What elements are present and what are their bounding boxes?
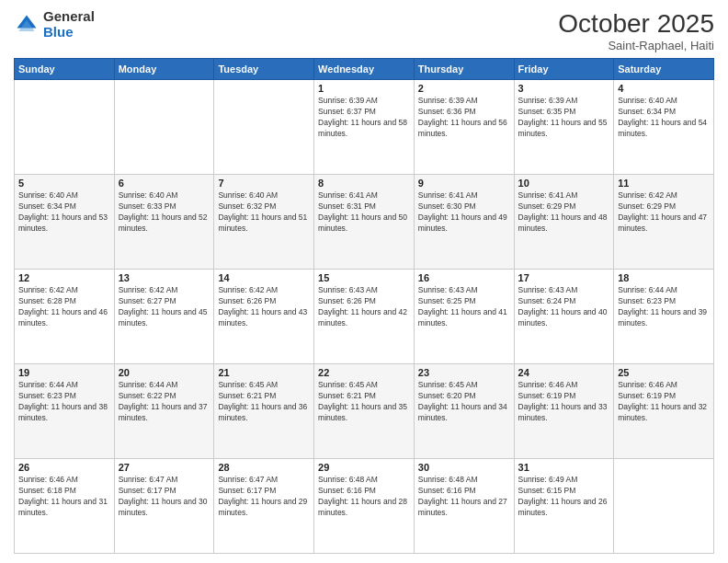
calendar-cell: 1Sunrise: 6:39 AMSunset: 6:37 PMDaylight… [314,80,415,175]
column-header-tuesday: Tuesday [214,59,314,80]
column-header-wednesday: Wednesday [314,59,415,80]
calendar-cell: 7Sunrise: 6:40 AMSunset: 6:32 PMDaylight… [214,175,314,270]
day-info: Sunrise: 6:39 AMSunset: 6:35 PMDaylight:… [518,96,610,140]
day-number: 10 [518,178,610,189]
day-info: Sunrise: 6:45 AMSunset: 6:21 PMDaylight:… [218,380,310,424]
day-info: Sunrise: 6:41 AMSunset: 6:29 PMDaylight:… [518,190,610,235]
calendar-cell: 2Sunrise: 6:39 AMSunset: 6:36 PMDaylight… [414,80,514,175]
calendar-cell: 11Sunrise: 6:42 AMSunset: 6:29 PMDayligh… [614,175,714,270]
calendar-header-row: SundayMondayTuesdayWednesdayThursdayFrid… [15,59,714,80]
day-info: Sunrise: 6:43 AMSunset: 6:25 PMDaylight:… [418,285,510,329]
calendar-cell: 13Sunrise: 6:42 AMSunset: 6:27 PMDayligh… [114,270,214,364]
day-info: Sunrise: 6:46 AMSunset: 6:19 PMDaylight:… [518,380,610,424]
day-number: 28 [218,462,310,473]
day-info: Sunrise: 6:40 AMSunset: 6:32 PMDaylight:… [218,190,310,235]
day-info: Sunrise: 6:42 AMSunset: 6:29 PMDaylight:… [618,190,710,235]
day-number: 12 [18,272,110,283]
calendar-cell: 28Sunrise: 6:47 AMSunset: 6:17 PMDayligh… [214,459,314,554]
day-number: 24 [518,367,610,378]
logo: General Blue [14,9,95,40]
day-info: Sunrise: 6:44 AMSunset: 6:23 PMDaylight:… [18,380,110,424]
column-header-thursday: Thursday [414,59,514,80]
day-info: Sunrise: 6:47 AMSunset: 6:17 PMDaylight:… [119,475,210,519]
day-info: Sunrise: 6:39 AMSunset: 6:37 PMDaylight:… [318,96,410,140]
column-header-saturday: Saturday [614,59,714,80]
day-info: Sunrise: 6:49 AMSunset: 6:15 PMDaylight:… [518,475,610,519]
calendar-cell [214,80,314,175]
calendar-cell: 12Sunrise: 6:42 AMSunset: 6:28 PMDayligh… [15,270,115,364]
day-number: 8 [318,178,410,189]
day-number: 22 [318,367,410,378]
day-number: 30 [418,462,510,473]
calendar-cell: 4Sunrise: 6:40 AMSunset: 6:34 PMDaylight… [614,80,714,175]
day-number: 4 [618,83,710,94]
calendar-cell: 27Sunrise: 6:47 AMSunset: 6:17 PMDayligh… [114,459,214,554]
column-header-monday: Monday [114,59,214,80]
day-info: Sunrise: 6:43 AMSunset: 6:26 PMDaylight:… [318,285,410,329]
day-number: 6 [119,178,210,189]
day-number: 21 [218,367,310,378]
day-number: 29 [318,462,410,473]
day-number: 26 [18,462,110,473]
day-info: Sunrise: 6:48 AMSunset: 6:16 PMDaylight:… [318,475,410,519]
day-number: 15 [318,272,410,283]
calendar-cell: 31Sunrise: 6:49 AMSunset: 6:15 PMDayligh… [514,459,614,554]
day-info: Sunrise: 6:44 AMSunset: 6:23 PMDaylight:… [618,285,710,329]
day-number: 1 [318,83,410,94]
day-info: Sunrise: 6:48 AMSunset: 6:16 PMDaylight:… [418,475,510,519]
day-number: 7 [218,178,310,189]
calendar-week-row: 19Sunrise: 6:44 AMSunset: 6:23 PMDayligh… [15,364,714,459]
calendar-cell: 21Sunrise: 6:45 AMSunset: 6:21 PMDayligh… [214,364,314,459]
day-info: Sunrise: 6:40 AMSunset: 6:34 PMDaylight:… [618,96,710,140]
day-number: 3 [518,83,610,94]
day-info: Sunrise: 6:42 AMSunset: 6:27 PMDaylight:… [119,285,210,329]
calendar-cell: 23Sunrise: 6:45 AMSunset: 6:20 PMDayligh… [414,364,514,459]
calendar-cell: 29Sunrise: 6:48 AMSunset: 6:16 PMDayligh… [314,459,415,554]
calendar-cell: 3Sunrise: 6:39 AMSunset: 6:35 PMDaylight… [514,80,614,175]
day-info: Sunrise: 6:45 AMSunset: 6:20 PMDaylight:… [418,380,510,424]
calendar-week-row: 12Sunrise: 6:42 AMSunset: 6:28 PMDayligh… [15,270,714,364]
calendar-cell: 25Sunrise: 6:46 AMSunset: 6:19 PMDayligh… [614,364,714,459]
day-info: Sunrise: 6:41 AMSunset: 6:30 PMDaylight:… [418,190,510,235]
calendar-cell: 30Sunrise: 6:48 AMSunset: 6:16 PMDayligh… [414,459,514,554]
day-info: Sunrise: 6:42 AMSunset: 6:26 PMDaylight:… [218,285,310,329]
day-number: 14 [218,272,310,283]
calendar-cell: 10Sunrise: 6:41 AMSunset: 6:29 PMDayligh… [514,175,614,270]
day-info: Sunrise: 6:44 AMSunset: 6:22 PMDaylight:… [119,380,210,424]
logo-blue-text: Blue [43,25,95,40]
day-info: Sunrise: 6:40 AMSunset: 6:33 PMDaylight:… [119,190,210,235]
day-info: Sunrise: 6:43 AMSunset: 6:24 PMDaylight:… [518,285,610,329]
day-number: 31 [518,462,610,473]
calendar-cell: 26Sunrise: 6:46 AMSunset: 6:18 PMDayligh… [15,459,115,554]
day-info: Sunrise: 6:42 AMSunset: 6:28 PMDaylight:… [18,285,110,329]
location-subtitle: Saint-Raphael, Haiti [558,39,714,52]
calendar-table: SundayMondayTuesdayWednesdayThursdayFrid… [14,58,714,554]
calendar-cell: 18Sunrise: 6:44 AMSunset: 6:23 PMDayligh… [614,270,714,364]
day-number: 13 [119,272,210,283]
calendar-cell: 16Sunrise: 6:43 AMSunset: 6:25 PMDayligh… [414,270,514,364]
day-number: 9 [418,178,510,189]
day-number: 17 [518,272,610,283]
day-number: 16 [418,272,510,283]
day-number: 23 [418,367,510,378]
calendar-cell: 5Sunrise: 6:40 AMSunset: 6:34 PMDaylight… [15,175,115,270]
calendar-cell: 9Sunrise: 6:41 AMSunset: 6:30 PMDaylight… [414,175,514,270]
day-info: Sunrise: 6:39 AMSunset: 6:36 PMDaylight:… [418,96,510,140]
day-info: Sunrise: 6:46 AMSunset: 6:19 PMDaylight:… [618,380,710,424]
calendar-cell: 6Sunrise: 6:40 AMSunset: 6:33 PMDaylight… [114,175,214,270]
calendar-cell: 20Sunrise: 6:44 AMSunset: 6:22 PMDayligh… [114,364,214,459]
calendar-cell [114,80,214,175]
day-number: 25 [618,367,710,378]
calendar-week-row: 1Sunrise: 6:39 AMSunset: 6:37 PMDaylight… [15,80,714,175]
logo-icon [14,12,40,38]
day-number: 18 [618,272,710,283]
calendar-cell [15,80,115,175]
day-number: 20 [119,367,210,378]
calendar-cell: 14Sunrise: 6:42 AMSunset: 6:26 PMDayligh… [214,270,314,364]
title-block: October 2025 Saint-Raphael, Haiti [558,9,714,52]
logo-general-text: General [43,9,95,25]
calendar-cell: 17Sunrise: 6:43 AMSunset: 6:24 PMDayligh… [514,270,614,364]
calendar-week-row: 5Sunrise: 6:40 AMSunset: 6:34 PMDaylight… [15,175,714,270]
column-header-friday: Friday [514,59,614,80]
calendar-cell: 15Sunrise: 6:43 AMSunset: 6:26 PMDayligh… [314,270,415,364]
